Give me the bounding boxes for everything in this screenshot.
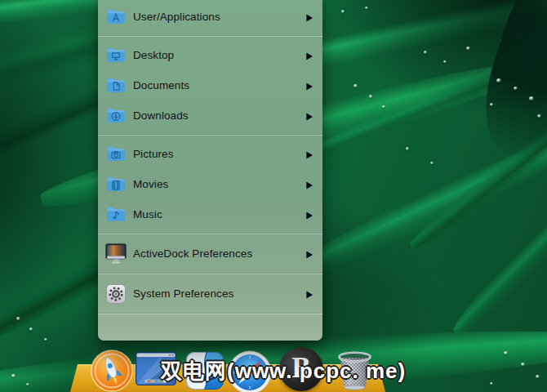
movies-folder-icon xyxy=(105,176,127,192)
water-droplet xyxy=(16,317,20,320)
desktop-folder-icon xyxy=(105,47,127,63)
music-folder-icon xyxy=(105,207,127,222)
water-droplet xyxy=(406,147,409,150)
submenu-arrow-icon: ▶ xyxy=(306,248,313,259)
menu-item-label: User/Applications xyxy=(133,11,306,23)
water-droplet xyxy=(365,7,368,9)
menu-item-label: Movies xyxy=(133,178,306,190)
menu-separator xyxy=(98,310,322,318)
menu-item-documents[interactable]: Documents ▶ xyxy=(98,70,322,100)
water-droplet xyxy=(514,87,518,90)
submenu-arrow-icon: ▶ xyxy=(306,110,313,121)
submenu-arrow-icon: ▶ xyxy=(306,149,313,159)
menu-item-pictures[interactable]: Pictures ▶ xyxy=(98,139,322,169)
water-droplet xyxy=(382,105,385,108)
menu-separator xyxy=(98,131,322,139)
menu-item-system-preferences[interactable]: System Preferences ▶ xyxy=(98,278,322,310)
menu-item-movies[interactable]: Movies ▶ xyxy=(98,169,322,199)
menu-item-label: Pictures xyxy=(133,148,306,160)
water-droplet xyxy=(430,162,434,164)
water-droplet xyxy=(490,382,493,385)
water-droplet xyxy=(496,78,501,82)
submenu-arrow-icon: ▶ xyxy=(306,179,313,189)
menu-item-desktop[interactable]: Desktop ▶ xyxy=(98,40,322,70)
menu-item-label: System Preferences xyxy=(133,287,306,300)
menu-item-label: Downloads xyxy=(133,109,306,122)
water-droplet xyxy=(369,95,372,98)
water-droplet xyxy=(26,383,29,385)
menu-separator xyxy=(98,32,322,40)
water-droplet xyxy=(29,327,33,331)
water-droplet xyxy=(504,351,508,354)
menu-item-label: Music xyxy=(133,208,306,220)
menu-item-label: Documents xyxy=(133,79,306,91)
rocket-launcher-icon xyxy=(91,350,133,392)
water-droplet xyxy=(354,84,358,87)
imac-display-icon xyxy=(105,243,127,264)
menu-item-activedock-preferences[interactable]: ActiveDock Preferences ▶ xyxy=(98,238,322,270)
menu-item-label: Desktop xyxy=(133,49,306,61)
gear-icon xyxy=(105,284,127,304)
documents-folder-icon xyxy=(105,78,127,93)
submenu-arrow-icon: ▶ xyxy=(306,80,313,91)
menu-item-label: ActiveDock Preferences xyxy=(133,247,306,260)
menu-separator xyxy=(98,270,322,278)
menu-item-downloads[interactable]: Downloads ▶ xyxy=(98,100,322,131)
water-droplet xyxy=(341,10,345,13)
water-droplet xyxy=(44,338,47,341)
water-droplet xyxy=(443,60,447,63)
menu-separator xyxy=(98,229,322,238)
pictures-folder-icon xyxy=(105,146,127,162)
watermark-text: 双电网(www. pcpc. me) xyxy=(161,357,406,385)
submenu-arrow-icon: ▶ xyxy=(306,288,313,299)
water-droplet xyxy=(529,96,534,100)
menu-item-user-applications[interactable]: User/Applications ▶ xyxy=(98,2,322,32)
menu-item-music[interactable]: Music ▶ xyxy=(98,199,322,229)
water-droplet xyxy=(536,375,540,378)
water-droplet xyxy=(490,103,493,106)
desktop-screen: B 双电网(www. pcpc. me) xyxy=(0,0,547,392)
water-droplet xyxy=(521,363,525,366)
applications-folder-icon xyxy=(105,9,127,24)
water-droplet xyxy=(466,47,470,50)
water-droplet xyxy=(424,51,427,54)
submenu-arrow-icon: ▶ xyxy=(306,50,313,60)
downloads-folder-icon xyxy=(105,108,127,123)
dock-context-menu: User/Applications ▶ Desktop ▶ xyxy=(98,0,322,341)
dock-item-launcher[interactable] xyxy=(91,350,133,392)
water-droplet xyxy=(537,114,541,118)
submenu-arrow-icon: ▶ xyxy=(306,11,313,22)
menu-bottom-padding xyxy=(98,318,322,341)
water-droplet xyxy=(11,374,16,377)
submenu-arrow-icon: ▶ xyxy=(306,209,313,220)
